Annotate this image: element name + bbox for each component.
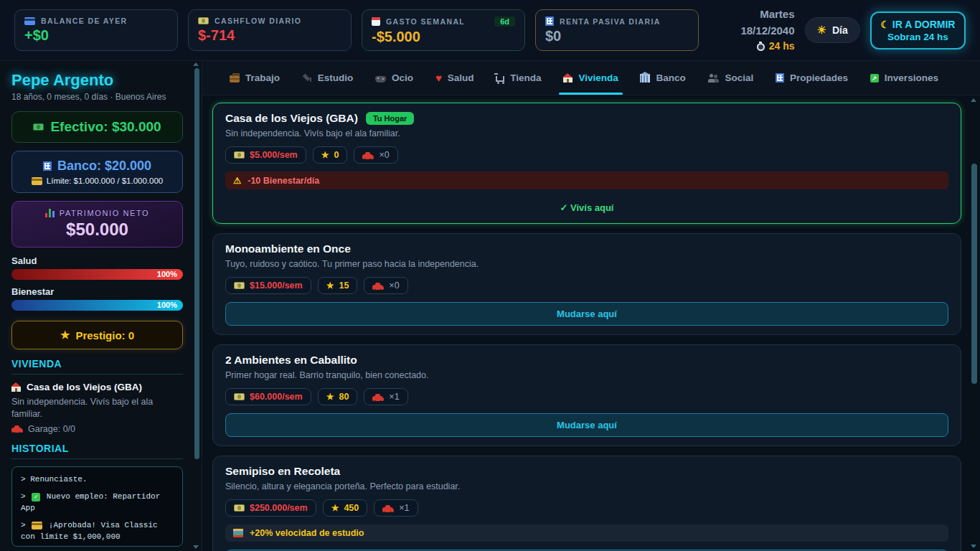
tab-estudio[interactable]: Estudio bbox=[302, 61, 354, 95]
rent-chip: $250.000/sem bbox=[225, 499, 316, 517]
stat-value-weekly-expense: -$5.000 bbox=[372, 29, 515, 45]
housing-title: Casa de los Viejos (GBA) bbox=[225, 112, 358, 125]
garage-chip: ×0 bbox=[354, 146, 397, 164]
networth-value: $50.000 bbox=[19, 220, 175, 240]
car-icon bbox=[382, 507, 394, 512]
prestige-chip: ★80 bbox=[318, 388, 358, 405]
money-wings-icon bbox=[234, 151, 245, 159]
garage-chip: ×1 bbox=[374, 499, 418, 517]
cash-label: Efectivo: $30.000 bbox=[50, 119, 161, 135]
star-icon: ★ bbox=[331, 503, 339, 513]
tab-tienda[interactable]: Tienda bbox=[496, 61, 541, 95]
go-to-sleep-button[interactable]: ☾IR A DORMIR Sobran 24 hs bbox=[870, 11, 966, 50]
tab-vivienda[interactable]: Vivienda bbox=[563, 61, 618, 95]
housing-description: Sin independencia. Vivís bajo el ala fam… bbox=[225, 128, 948, 138]
tab-propiedades[interactable]: Propiedades bbox=[776, 61, 848, 95]
chart-up-icon: ↗ bbox=[870, 74, 879, 83]
stat-card-balance: BALANCE DE AYER +$0 bbox=[14, 9, 178, 51]
prestige-chip: ★450 bbox=[323, 499, 368, 517]
check-icon: ✓ bbox=[560, 202, 568, 213]
check-badge-icon: ✓ bbox=[32, 493, 40, 501]
rent-chip: $15.000/sem bbox=[225, 277, 311, 294]
books-icon bbox=[233, 529, 243, 537]
main-tab-bar: Trabajo Estudio Ocio ♥Salud Tienda Vivie… bbox=[202, 61, 980, 95]
housing-description: Silencio, altura y elegancia porteña. Pe… bbox=[225, 481, 948, 491]
stat-label: RENTA PASIVA DIARIA bbox=[560, 17, 661, 26]
day-night-indicator[interactable]: ☀ Día bbox=[805, 17, 860, 43]
moon-icon: ☾ bbox=[880, 19, 890, 30]
networth-label: PATRIMONIO NETO bbox=[60, 209, 149, 217]
health-stat: Salud 100% bbox=[11, 255, 183, 280]
networth-card: PATRIMONIO NETO $50.000 bbox=[11, 201, 183, 248]
stat-card-cashflow: CASHFLOW DIARIO $-714 bbox=[188, 9, 352, 51]
stat-label: BALANCE DE AYER bbox=[41, 17, 128, 25]
house-icon bbox=[11, 387, 21, 392]
money-wings-icon bbox=[234, 393, 245, 400]
tab-inversiones[interactable]: ↗Inversiones bbox=[870, 61, 938, 95]
credit-card-icon bbox=[32, 177, 42, 185]
player-age-location: 18 años, 0 meses, 0 días · Buenos Aires bbox=[11, 92, 183, 102]
stat-card-passive-income: RENTA PASIVA DIARIA $0 bbox=[535, 9, 699, 51]
graduation-cap-icon bbox=[302, 73, 312, 83]
your-home-badge: Tu Hogar bbox=[366, 112, 414, 125]
sleep-button-title: IR A DORMIR bbox=[892, 19, 956, 30]
car-icon bbox=[372, 396, 384, 401]
wellness-stat: Bienestar 100% bbox=[11, 286, 183, 311]
gamepad-icon bbox=[375, 76, 386, 83]
current-home-name: Casa de los Viejos (GBA) bbox=[27, 382, 142, 392]
people-icon bbox=[707, 74, 719, 83]
bank-card: Banco: $20.000 Límite: $1.000.000 / $1.0… bbox=[11, 151, 183, 193]
main-scroll-up[interactable] bbox=[971, 98, 976, 102]
stat-label: CASHFLOW DIARIO bbox=[215, 17, 301, 25]
stat-value-passive-income: $0 bbox=[545, 28, 689, 44]
tab-trabajo[interactable]: Trabajo bbox=[230, 61, 280, 95]
rent-chip: $5.000/sem bbox=[225, 146, 306, 164]
star-icon: ★ bbox=[326, 281, 334, 291]
tab-social[interactable]: Social bbox=[707, 61, 753, 95]
day-night-label: Día bbox=[832, 24, 848, 36]
housing-description: Tuyo, ruidoso y caótico. Tu primer paso … bbox=[225, 259, 948, 269]
sidebar-scroll-down[interactable] bbox=[193, 545, 199, 549]
briefcase-icon bbox=[230, 75, 240, 83]
vivienda-section-heading: VIVIENDA bbox=[11, 358, 183, 375]
move-here-button[interactable]: Mudarse aquí bbox=[225, 413, 948, 437]
historial-section-heading: HISTORIAL bbox=[11, 443, 183, 459]
office-building-icon bbox=[776, 73, 784, 83]
credit-card-icon bbox=[32, 522, 42, 529]
bank-icon bbox=[640, 74, 650, 83]
wellness-label: Bienestar bbox=[11, 286, 183, 297]
car-icon bbox=[362, 154, 374, 159]
main-scroll-down[interactable] bbox=[971, 545, 976, 548]
main-panel: Trabajo Estudio Ocio ♥Salud Tienda Vivie… bbox=[202, 61, 980, 551]
housing-title: Monoambiente en Once bbox=[225, 242, 351, 255]
housing-card: 2 Ambientes en Caballito Primer hogar re… bbox=[212, 344, 961, 446]
housing-warning: ⚠ -10 Bienestar/día bbox=[225, 171, 948, 189]
stat-label: GASTO SEMANAL bbox=[386, 17, 465, 26]
housing-card: Semipiso en Recoleta Silencio, altura y … bbox=[212, 456, 961, 551]
tab-ocio[interactable]: Ocio bbox=[375, 61, 413, 95]
living-here-status: ✓ Vivís aquí bbox=[225, 197, 948, 215]
sun-icon: ☀ bbox=[817, 24, 826, 37]
housing-list: Casa de los Viejos (GBA) Tu Hogar Sin in… bbox=[202, 95, 980, 551]
days-badge: 6d bbox=[494, 17, 515, 27]
health-label: Salud bbox=[11, 255, 183, 266]
move-here-button[interactable]: Mudarse aquí bbox=[225, 302, 948, 326]
tab-salud[interactable]: ♥Salud bbox=[435, 61, 474, 95]
prestige-label: Prestigio: 0 bbox=[75, 329, 134, 342]
bank-icon bbox=[43, 161, 52, 171]
shopping-cart-icon bbox=[496, 76, 504, 82]
garage-chip: ×0 bbox=[364, 277, 407, 294]
top-status-bar: BALANCE DE AYER +$0 CASHFLOW DIARIO $-71… bbox=[0, 0, 980, 61]
sidebar-scroll-up[interactable] bbox=[193, 62, 199, 66]
sidebar-scrollbar-thumb[interactable] bbox=[194, 68, 199, 459]
calendar-icon bbox=[372, 17, 380, 26]
credit-card-icon bbox=[24, 17, 35, 25]
tab-banco[interactable]: Banco bbox=[640, 61, 685, 95]
star-icon: ★ bbox=[326, 392, 334, 402]
main-scrollbar-thumb[interactable] bbox=[971, 164, 977, 384]
sleep-button-subtitle: Sobran 24 hs bbox=[872, 32, 964, 42]
stat-value-balance: +$0 bbox=[24, 27, 168, 44]
current-home-description: Sin independencia. Vivís bajo el ala fam… bbox=[11, 396, 183, 420]
housing-card: Monoambiente en Once Tuyo, ruidoso y caó… bbox=[212, 233, 961, 335]
prestige-chip: ★0 bbox=[313, 146, 348, 164]
